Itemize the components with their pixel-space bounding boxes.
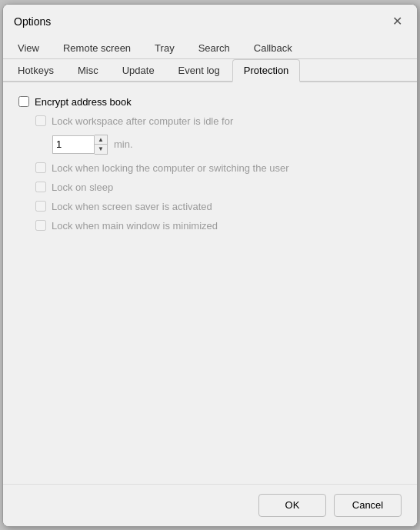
spin-buttons: ▲ ▼ [95,135,108,155]
tab-event-log[interactable]: Event log [167,59,232,81]
options-group: Encrypt address book Lock workspace afte… [18,96,402,232]
indent-group: Lock workspace after computer is idle fo… [35,115,402,232]
tabs-row-1: View Remote screen Tray Search Callback [3,37,417,59]
lock-minimize-label: Lock when main window is minimized [52,220,218,232]
spin-down-button[interactable]: ▼ [95,145,107,154]
lock-screensaver-label: Lock when screen saver is activated [52,201,212,212]
encrypt-address-row: Encrypt address book [18,96,402,108]
spin-control: ▲ ▼ [52,135,108,155]
lock-switch-row: Lock when locking the computer or switch… [35,162,402,174]
lock-minimize-row: Lock when main window is minimized [35,220,402,232]
lock-sleep-checkbox[interactable] [35,182,46,192]
lock-sleep-row: Lock on sleep [35,182,402,193]
tab-update[interactable]: Update [111,59,166,81]
tab-remote-screen[interactable]: Remote screen [52,37,142,58]
min-label: min. [114,138,133,150]
lock-screensaver-checkbox[interactable] [35,201,46,212]
spin-input[interactable] [52,135,95,154]
spin-row: ▲ ▼ min. [52,135,402,155]
lock-switch-checkbox[interactable] [35,162,46,173]
tabs-row-2: Hotkeys Misc Update Event log Protection [3,59,417,82]
lock-minimize-checkbox[interactable] [35,220,46,231]
tab-tray[interactable]: Tray [143,37,186,58]
footer: OK Cancel [3,484,417,526]
encrypt-label[interactable]: Encrypt address book [35,96,132,108]
lock-sleep-label: Lock on sleep [52,182,113,193]
tab-search[interactable]: Search [187,37,242,58]
tab-hotkeys[interactable]: Hotkeys [6,59,65,81]
tab-callback[interactable]: Callback [242,37,304,58]
lock-idle-row: Lock workspace after computer is idle fo… [35,115,402,127]
close-button[interactable]: ✕ [388,12,406,31]
dialog-title: Options [14,15,51,28]
options-dialog: Options ✕ View Remote screen Tray Search… [2,4,418,527]
lock-switch-label: Lock when locking the computer or switch… [52,162,289,174]
lock-idle-label: Lock workspace after computer is idle fo… [52,115,233,127]
tab-misc[interactable]: Misc [66,59,110,81]
tab-view[interactable]: View [6,37,51,58]
ok-button[interactable]: OK [258,494,326,517]
encrypt-checkbox[interactable] [18,96,29,107]
lock-idle-checkbox[interactable] [35,115,46,126]
cancel-button[interactable]: Cancel [334,494,402,517]
tab-protection[interactable]: Protection [232,59,301,82]
title-bar: Options ✕ [3,5,417,37]
lock-screensaver-row: Lock when screen saver is activated [35,201,402,212]
spin-up-button[interactable]: ▲ [95,135,107,145]
content-area: Encrypt address book Lock workspace afte… [3,82,417,484]
